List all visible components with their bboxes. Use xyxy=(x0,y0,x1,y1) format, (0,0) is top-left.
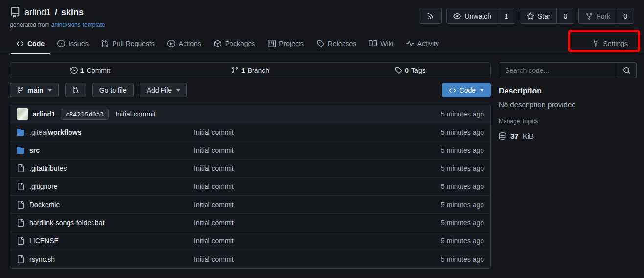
table-row: Dockerfile Initial commit 5 minutes ago xyxy=(10,196,490,214)
latest-commit-row: arlind1 c84215d0a3 Initial commit 5 minu… xyxy=(10,105,490,123)
tab-code[interactable]: Code xyxy=(10,33,51,54)
repo-icon xyxy=(10,7,21,18)
row-commit-time: 5 minutes ago xyxy=(441,255,484,263)
tab-actions[interactable]: Actions xyxy=(161,33,207,54)
tab-pull-requests[interactable]: Pull Requests xyxy=(94,33,161,54)
tab-projects[interactable]: Projects xyxy=(261,33,310,54)
branch-label: Branch xyxy=(248,67,269,74)
repo-header: arlind1 / skins generated from arlind/sk… xyxy=(0,0,644,28)
tab-releases[interactable]: Releases xyxy=(310,33,363,54)
compare-button[interactable] xyxy=(65,83,86,97)
tab-issues[interactable]: Issues xyxy=(51,33,94,54)
pull-request-icon xyxy=(101,40,109,47)
branch-count: 1 xyxy=(241,67,245,74)
tab-settings[interactable]: Settings xyxy=(585,33,634,54)
tab-activity[interactable]: Activity xyxy=(400,33,445,54)
star-button[interactable]: Star xyxy=(520,8,557,24)
file-name: LICENSE xyxy=(29,237,59,245)
star-label: Star xyxy=(538,12,551,20)
row-commit-message[interactable]: Initial commit xyxy=(194,201,234,208)
row-commit-time: 5 minutes ago xyxy=(441,201,484,208)
commit-count: 1 xyxy=(80,67,84,74)
file-link[interactable]: Dockerfile xyxy=(29,201,60,208)
repo-separator: / xyxy=(55,7,57,18)
add-file-button[interactable]: Add File xyxy=(140,83,187,97)
row-commit-message[interactable]: Initial commit xyxy=(194,255,234,263)
commit-hash-badge[interactable]: c84215d0a3 xyxy=(61,109,109,120)
repo-title-block: arlind1 / skins generated from arlind/sk… xyxy=(10,7,105,28)
code-download-button[interactable]: Code xyxy=(442,83,491,97)
file-link[interactable]: rsync.sh xyxy=(29,255,55,263)
manage-topics-link[interactable]: Manage Topics xyxy=(499,118,538,125)
unwatch-button[interactable]: Unwatch xyxy=(446,8,498,24)
file-link[interactable]: .gitattributes xyxy=(29,164,67,172)
template-repo-link[interactable]: arlind/skins-template xyxy=(51,22,105,28)
commit-message-link[interactable]: Initial commit xyxy=(115,110,156,118)
file-link[interactable]: LICENSE xyxy=(29,237,59,245)
row-commit-message[interactable]: Initial commit xyxy=(194,146,234,154)
watch-count[interactable]: 1 xyxy=(498,8,515,24)
tags-stat[interactable]: 0 Tags xyxy=(330,67,490,74)
file-link[interactable]: src xyxy=(29,146,40,154)
file-name: src xyxy=(29,146,40,154)
repo-tab-bar: Code Issues Pull Requests Actions Packag… xyxy=(0,33,644,54)
branches-stat[interactable]: 1 Branch xyxy=(170,67,330,74)
row-commit-time: 5 minutes ago xyxy=(441,164,484,172)
rss-icon xyxy=(427,12,434,20)
fork-button[interactable]: Fork xyxy=(578,8,617,24)
file-link[interactable]: .gitignore xyxy=(29,183,58,190)
file-icon xyxy=(17,201,24,208)
chevron-down-icon xyxy=(48,89,52,92)
file-link[interactable]: hardlink-songs-folder.bat xyxy=(29,219,104,227)
row-commit-message[interactable]: Initial commit xyxy=(194,237,234,245)
database-icon xyxy=(499,132,506,140)
tag-count: 0 xyxy=(405,67,409,74)
branch-icon xyxy=(17,87,24,94)
tab-packages-label: Packages xyxy=(225,40,255,47)
file-table: arlind1 c84215d0a3 Initial commit 5 minu… xyxy=(10,105,491,269)
go-to-file-button[interactable]: Go to file xyxy=(92,83,134,97)
search-icon xyxy=(623,67,631,74)
code-search-box xyxy=(499,62,637,78)
commit-time: 5 minutes ago xyxy=(441,110,484,118)
branch-icon xyxy=(231,67,239,74)
file-icon xyxy=(17,219,24,227)
add-file-label: Add File xyxy=(147,86,172,94)
avatar[interactable] xyxy=(17,108,28,120)
watch-group: Unwatch 1 xyxy=(446,8,515,24)
star-count[interactable]: 0 xyxy=(557,8,574,24)
file-name: .gitignore xyxy=(29,183,58,190)
tab-wiki[interactable]: Wiki xyxy=(363,33,399,54)
fork-count[interactable]: 0 xyxy=(617,8,634,24)
row-commit-time: 5 minutes ago xyxy=(441,146,484,154)
repo-owner-link[interactable]: arlind1 xyxy=(24,7,51,18)
wrench-icon xyxy=(592,40,599,47)
file-icon xyxy=(17,164,24,172)
go-to-file-label: Go to file xyxy=(99,86,127,94)
fork-icon xyxy=(585,12,593,20)
tab-packages[interactable]: Packages xyxy=(207,33,261,54)
tag-icon xyxy=(317,40,324,47)
rss-button[interactable] xyxy=(419,8,442,24)
code-toolbar: main Go to file Add File Code xyxy=(10,83,491,97)
file-link[interactable]: .gitea/workflows xyxy=(29,128,82,136)
tab-code-label: Code xyxy=(27,40,45,47)
tab-projects-label: Projects xyxy=(279,40,304,47)
commits-stat[interactable]: 1 Commit xyxy=(10,67,170,74)
commit-author-link[interactable]: arlind1 xyxy=(33,110,55,118)
pulse-icon xyxy=(406,40,414,47)
search-button[interactable] xyxy=(617,63,636,78)
row-commit-message[interactable]: Initial commit xyxy=(194,183,234,190)
row-commit-message[interactable]: Initial commit xyxy=(194,128,234,136)
row-commit-message[interactable]: Initial commit xyxy=(194,164,234,172)
repo-size-value: 37 xyxy=(510,132,519,140)
repo-name-link[interactable]: skins xyxy=(61,7,84,18)
star-group: Star 0 xyxy=(520,8,574,24)
branch-selector[interactable]: main xyxy=(10,83,59,97)
file-name: rsync.sh xyxy=(29,255,55,263)
row-commit-message[interactable]: Initial commit xyxy=(194,219,234,227)
tab-bar-spacer xyxy=(445,33,585,54)
fork-label: Fork xyxy=(597,12,610,20)
search-input[interactable] xyxy=(499,63,617,78)
code-button-label: Code xyxy=(460,86,476,94)
